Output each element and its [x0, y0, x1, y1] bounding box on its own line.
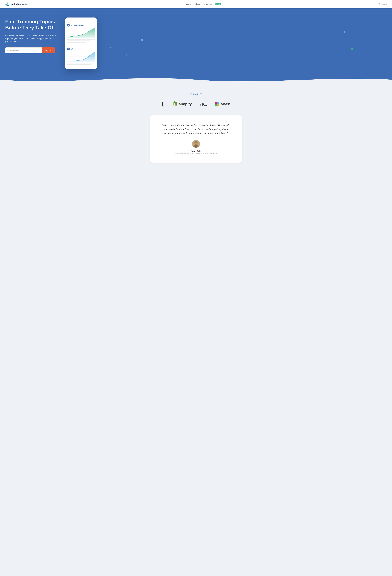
- chart-portable-blender: [67, 28, 95, 38]
- author-role: founder of Wired magazine and author of …: [161, 153, 231, 155]
- slack-cell-4: [217, 104, 219, 107]
- hero-title: Find Trending Topics Before They Take Of…: [5, 19, 60, 31]
- avatar-image: [192, 140, 200, 148]
- nav-newsletter[interactable]: newsletter: [204, 3, 212, 5]
- pro-badge[interactable]: PRO: [215, 3, 221, 5]
- decorative-dot-2: [141, 39, 143, 41]
- phone-item-1-lines: [67, 39, 95, 43]
- svg-line-1: [380, 4, 380, 5]
- testimonial-card: "A free newsletter I find valuable is Ex…: [150, 115, 242, 163]
- slack-text: slack: [221, 102, 230, 106]
- nav-about[interactable]: about: [195, 3, 200, 5]
- hero-section: Find Trending Topics Before They Take Of…: [0, 8, 392, 85]
- author-name: Kevin Kelly: [161, 150, 231, 152]
- shopify-logo: S shopify: [172, 101, 192, 107]
- author-avatar: [192, 140, 200, 148]
- testimonial-section: "A free newsletter I find valuable is Ex…: [0, 113, 392, 171]
- email-input[interactable]: [5, 47, 42, 54]
- item-2-number: 2: [67, 48, 70, 50]
- trusted-section: Trusted By:  S shopify a16z: [0, 85, 392, 113]
- apple-logo: : [162, 101, 164, 108]
- search-button[interactable]: search: [378, 3, 387, 5]
- slack-logo: slack: [215, 102, 230, 106]
- slack-icon: [215, 102, 219, 106]
- search-icon: [378, 3, 381, 5]
- slack-cell-2: [217, 102, 219, 104]
- item-2-title: InShot: [71, 48, 76, 50]
- decorative-dot-4: [351, 48, 353, 50]
- slack-cell-1: [215, 102, 217, 104]
- text-line: [67, 39, 95, 40]
- logo-link[interactable]: 🌊 exploding topics: [5, 2, 28, 6]
- decorative-dot-3: [110, 47, 111, 48]
- phone-item-1: 1 Portable Blender: [65, 22, 97, 46]
- svg-text:S: S: [174, 103, 176, 105]
- wave-decoration: [0, 74, 392, 85]
- email-form: Sign Up: [5, 47, 55, 54]
- text-line: [67, 63, 95, 63]
- text-line: [67, 64, 90, 65]
- search-label: search: [381, 3, 387, 5]
- navbar: 🌊 exploding topics browse about newslett…: [0, 0, 392, 8]
- phone-item-1-header: 1 Portable Blender: [67, 24, 95, 27]
- phone-header: ← ≡: [65, 18, 97, 22]
- text-line: [67, 66, 87, 66]
- a16z-text: a16z: [200, 102, 207, 107]
- phone-mockup: ← ≡ 1 Portable Blender: [65, 18, 97, 69]
- apple-icon: : [162, 101, 164, 108]
- trusted-label: Trusted By:: [5, 93, 387, 95]
- decorative-dot-5: [344, 31, 345, 33]
- phone-menu-icon: ≡: [94, 19, 95, 21]
- text-line: [67, 42, 87, 43]
- phone-item-2-header: 2 InShot: [67, 48, 95, 50]
- chart-inshot: [67, 51, 95, 62]
- logo-text: exploding topics: [10, 3, 28, 5]
- decorative-dot-1: [125, 54, 127, 56]
- phone-item-2: 2 InShot: [65, 46, 97, 69]
- hero-content: Find Trending Topics Before They Take Of…: [5, 16, 60, 54]
- nav-links: browse about newsletter PRO: [186, 3, 221, 5]
- logo-icon: 🌊: [5, 2, 9, 6]
- item-1-title: Portable Blender: [71, 24, 84, 26]
- logos-row:  S shopify a16z slack: [5, 101, 387, 108]
- item-1-number: 1: [67, 24, 70, 27]
- shopify-icon: S: [172, 101, 178, 107]
- nav-browse[interactable]: browse: [186, 3, 192, 5]
- signup-button[interactable]: Sign Up: [42, 47, 55, 54]
- phone-item-2-lines: [67, 63, 95, 66]
- text-line: [67, 40, 90, 41]
- a16z-logo: a16z: [200, 102, 207, 107]
- shopify-text: shopify: [179, 102, 192, 106]
- phone-back-icon: ←: [67, 19, 69, 21]
- slack-cell-3: [215, 104, 217, 107]
- testimonial-quote: "A free newsletter I find valuable is Ex…: [161, 123, 231, 135]
- hero-subtitle: Each week, we'll send you our best Explo…: [5, 34, 60, 43]
